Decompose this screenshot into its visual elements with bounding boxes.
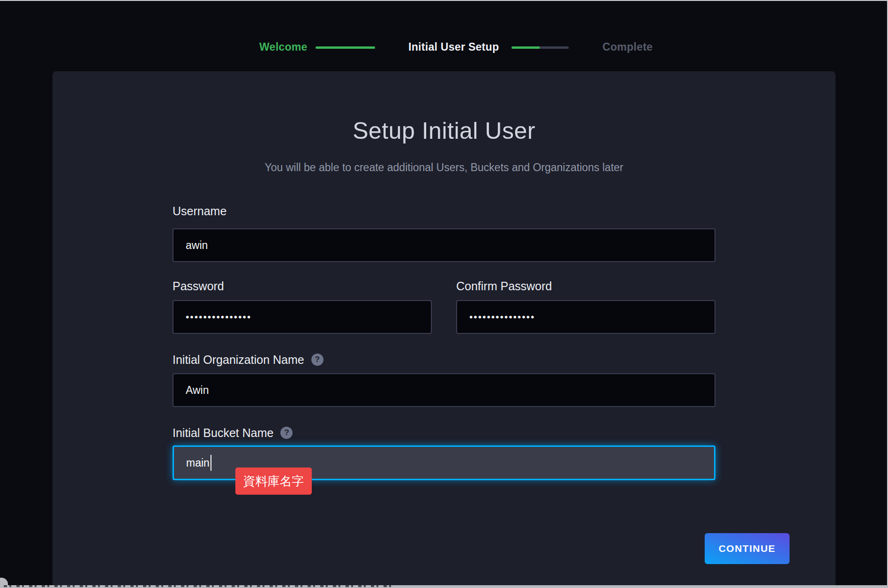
bucket-input-value: main bbox=[186, 457, 210, 469]
setup-panel: Setup Initial User You will be able to c… bbox=[53, 71, 835, 588]
continue-button[interactable]: CONTINUE bbox=[705, 533, 790, 564]
bucket-label: Initial Bucket Name bbox=[173, 426, 273, 440]
organization-label-row: Initial Organization Name ? bbox=[173, 353, 715, 367]
step-initial-user-setup[interactable]: Initial User Setup bbox=[408, 41, 499, 53]
step-welcome[interactable]: Welcome bbox=[259, 41, 308, 53]
organization-input[interactable] bbox=[173, 373, 715, 407]
password-input[interactable] bbox=[173, 300, 432, 334]
question-mark-icon[interactable]: ? bbox=[311, 354, 324, 366]
confirm-password-label: Confirm Password bbox=[456, 279, 715, 293]
step-setup-progress-line bbox=[512, 46, 569, 49]
username-input[interactable] bbox=[173, 228, 715, 262]
bucket-input[interactable]: main 資料庫名字 bbox=[173, 445, 715, 480]
page-subtitle: You will be able to create additional Us… bbox=[53, 161, 835, 174]
password-field-group: Password bbox=[173, 279, 432, 334]
bucket-label-row: Initial Bucket Name ? bbox=[173, 426, 715, 440]
bucket-ime-tooltip: 資料庫名字 bbox=[235, 467, 312, 495]
browser-frame-bottom-edge bbox=[0, 585, 888, 588]
page-title: Setup Initial User bbox=[53, 117, 835, 144]
cutoff-text-artifact bbox=[4, 585, 393, 587]
password-label: Password bbox=[173, 279, 432, 293]
question-mark-icon[interactable]: ? bbox=[280, 427, 293, 439]
password-row: Password Confirm Password bbox=[173, 279, 715, 334]
browser-frame-top-edge bbox=[0, 0, 888, 1]
step-complete: Complete bbox=[602, 41, 653, 53]
text-cursor bbox=[211, 455, 211, 471]
username-label: Username bbox=[173, 204, 715, 218]
confirm-password-field-group: Confirm Password bbox=[456, 279, 715, 334]
organization-field-group: Initial Organization Name ? bbox=[173, 353, 715, 407]
setup-wizard-screen: Welcome Initial User Setup Complete Setu… bbox=[0, 0, 888, 588]
username-field-group: Username bbox=[173, 204, 715, 262]
confirm-password-input[interactable] bbox=[456, 300, 715, 334]
organization-label: Initial Organization Name bbox=[173, 353, 304, 367]
bucket-field-group: Initial Bucket Name ? main 資料庫名字 bbox=[173, 426, 715, 480]
step-welcome-progress-line bbox=[316, 46, 375, 49]
